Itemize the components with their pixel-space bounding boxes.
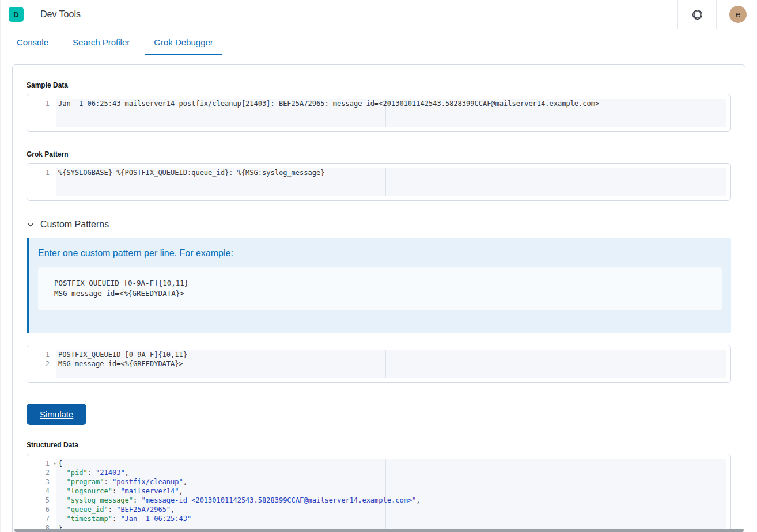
grok-pattern-field: Grok Pattern 1 %{SYSLOGBASE} %{POSTFIX_Q… — [27, 150, 731, 201]
structured-data-editor[interactable]: 1▾2345678 { "pid": "21403", "program": "… — [27, 454, 731, 532]
line-number-gutter: 12 — [27, 350, 56, 378]
grok-debugger-panel: Sample Data 1 Jan 1 06:25:43 mailserver1… — [12, 64, 745, 532]
header-divider — [716, 0, 717, 29]
simulate-button[interactable]: Simulate — [27, 404, 86, 425]
space-avatar[interactable]: D — [9, 7, 24, 22]
custom-patterns-callout: Enter one custom pattern per line. For e… — [27, 238, 731, 333]
code-line: "logsource": "mailserver14", — [58, 487, 726, 496]
callout-example-code: POSTFIX_QUEUEID [0-9A-F]{10,11} MSG mess… — [38, 267, 722, 310]
grok-pattern-label: Grok Pattern — [27, 150, 731, 158]
tab-bar: ConsoleSearch ProfilerGrok Debugger — [1, 29, 757, 55]
user-avatar[interactable]: e — [729, 6, 747, 23]
code-line: { — [58, 459, 726, 468]
code-line: MSG message-id=<%{GREEDYDATA}> — [58, 359, 726, 368]
callout-title: Enter one custom pattern per line. For e… — [38, 248, 722, 259]
code-line: "timestamp": "Jan 1 06:25:43" — [58, 514, 726, 523]
horizontal-scrollbar[interactable] — [14, 529, 744, 532]
code-line: Jan 1 06:25:43 mailserver14 postfix/clea… — [58, 99, 726, 108]
code-line: POSTFIX_QUEUEID [0-9A-F]{10,11} — [58, 350, 726, 359]
help-icon[interactable] — [686, 9, 708, 20]
code-line: "queue_id": "BEF25A72965", — [58, 505, 726, 514]
structured-data-label: Structured Data — [27, 441, 731, 449]
tab-grok-debugger[interactable]: Grok Debugger — [145, 29, 222, 55]
code-line: "syslog_message": "message-id=<201301011… — [58, 496, 726, 505]
tab-console[interactable]: Console — [7, 29, 58, 55]
custom-patterns-label: Custom Patterns — [40, 219, 109, 230]
custom-patterns-accordion-toggle[interactable]: Custom Patterns — [27, 219, 731, 230]
header-divider — [677, 0, 678, 29]
chevron-down-icon — [27, 221, 35, 229]
line-number-gutter: 1▾2345678 — [27, 459, 56, 532]
custom-patterns-editor[interactable]: 12 POSTFIX_QUEUEID [0-9A-F]{10,11}MSG me… — [27, 345, 731, 383]
structured-data-field: Structured Data 1▾2345678 { "pid": "2140… — [27, 441, 731, 532]
sample-data-label: Sample Data — [27, 81, 731, 89]
app-header: D Dev Tools e — [1, 0, 757, 29]
tab-search-profiler[interactable]: Search Profiler — [63, 29, 139, 55]
sample-data-editor[interactable]: 1 Jan 1 06:25:43 mailserver14 postfix/cl… — [27, 94, 731, 132]
code-line: "pid": "21403", — [58, 468, 726, 477]
sample-data-field: Sample Data 1 Jan 1 06:25:43 mailserver1… — [27, 81, 731, 132]
code-line: "program": "postfix/cleanup", — [58, 477, 726, 487]
grok-pattern-editor[interactable]: 1 %{SYSLOGBASE} %{POSTFIX_QUEUEID:queue_… — [27, 163, 731, 201]
line-number-gutter: 1 — [27, 168, 56, 196]
code-line: %{SYSLOGBASE} %{POSTFIX_QUEUEID:queue_id… — [58, 168, 726, 177]
header-divider — [32, 0, 32, 29]
line-number-gutter: 1 — [27, 99, 56, 127]
page-title: Dev Tools — [40, 9, 81, 20]
